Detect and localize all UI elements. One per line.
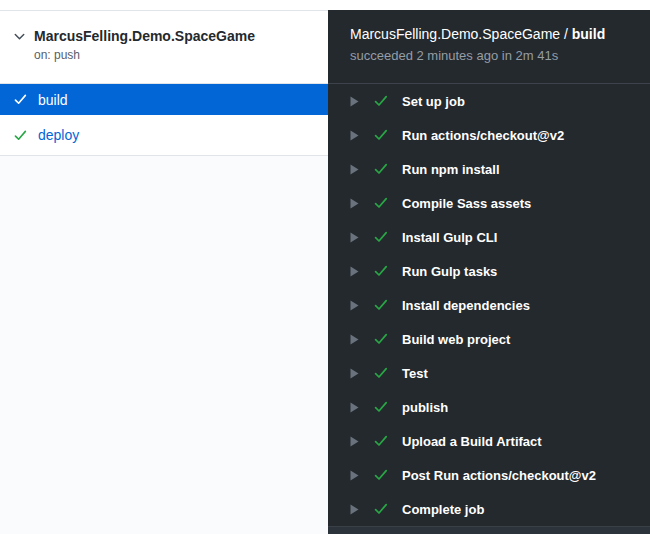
step-row-complete-job[interactable]: Complete job	[328, 492, 650, 526]
check-icon	[373, 433, 389, 449]
step-row-install-dependencies[interactable]: Install dependencies	[328, 288, 650, 322]
job-label: build	[38, 92, 68, 108]
step-label: Upload a Build Artifact	[402, 434, 542, 449]
step-row-publish[interactable]: publish	[328, 390, 650, 424]
step-row-build-web-project[interactable]: Build web project	[328, 322, 650, 356]
jobs-sidebar: MarcusFelling.Demo.SpaceGame on: push bu…	[0, 10, 328, 534]
step-row-upload-artifact[interactable]: Upload a Build Artifact	[328, 424, 650, 458]
check-icon	[373, 297, 389, 313]
triangle-right-icon	[350, 402, 359, 413]
job-label: deploy	[38, 127, 79, 143]
step-label: Install dependencies	[402, 298, 530, 313]
step-row-checkout[interactable]: Run actions/checkout@v2	[328, 118, 650, 152]
job-item-build[interactable]: build	[0, 84, 328, 115]
check-icon	[13, 128, 28, 143]
step-label: Complete job	[402, 502, 484, 517]
step-label: Set up job	[402, 94, 465, 109]
step-row-npm-install[interactable]: Run npm install	[328, 152, 650, 186]
triangle-right-icon	[350, 96, 359, 107]
workflow-run-screen: MarcusFelling.Demo.SpaceGame on: push bu…	[0, 0, 650, 534]
triangle-right-icon	[350, 334, 359, 345]
workflow-name: MarcusFelling.Demo.SpaceGame	[34, 28, 255, 44]
check-icon	[373, 127, 389, 143]
job-panel-header: MarcusFelling.Demo.SpaceGame / build suc…	[328, 10, 650, 84]
breadcrumb-workflow: MarcusFelling.Demo.SpaceGame	[350, 26, 560, 42]
check-icon	[13, 92, 28, 107]
step-label: Run actions/checkout@v2	[402, 128, 564, 143]
check-icon	[373, 93, 389, 109]
breadcrumb: MarcusFelling.Demo.SpaceGame / build	[350, 26, 634, 42]
step-label: Compile Sass assets	[402, 196, 531, 211]
job-detail-panel: MarcusFelling.Demo.SpaceGame / build suc…	[328, 10, 650, 534]
step-row-test[interactable]: Test	[328, 356, 650, 390]
triangle-right-icon	[350, 504, 359, 515]
step-label: Build web project	[402, 332, 510, 347]
triangle-right-icon	[350, 198, 359, 209]
step-row-set-up-job[interactable]: Set up job	[328, 84, 650, 118]
steps-footer-strip	[328, 526, 650, 534]
check-icon	[373, 467, 389, 483]
check-icon	[373, 263, 389, 279]
step-label: Run npm install	[402, 162, 500, 177]
job-status-line: succeeded 2 minutes ago in 2m 41s	[350, 48, 634, 63]
breadcrumb-job: build	[572, 26, 605, 42]
triangle-right-icon	[350, 368, 359, 379]
step-row-install-gulp-cli[interactable]: Install Gulp CLI	[328, 220, 650, 254]
step-row-gulp-tasks[interactable]: Run Gulp tasks	[328, 254, 650, 288]
triangle-right-icon	[350, 300, 359, 311]
step-label: Test	[402, 366, 428, 381]
step-label: Install Gulp CLI	[402, 230, 497, 245]
step-label: Run Gulp tasks	[402, 264, 497, 279]
step-row-post-checkout[interactable]: Post Run actions/checkout@v2	[328, 458, 650, 492]
check-icon	[373, 365, 389, 381]
check-icon	[373, 195, 389, 211]
step-label: Post Run actions/checkout@v2	[402, 468, 596, 483]
top-strip	[0, 0, 650, 10]
steps-list: Set up job Run actions/checkout@v2 Run n…	[328, 84, 650, 526]
check-icon	[373, 399, 389, 415]
chevron-down-icon[interactable]	[13, 30, 26, 43]
check-icon	[373, 331, 389, 347]
triangle-right-icon	[350, 470, 359, 481]
triangle-right-icon	[350, 130, 359, 141]
check-icon	[373, 161, 389, 177]
triangle-right-icon	[350, 164, 359, 175]
workflow-header: MarcusFelling.Demo.SpaceGame on: push	[0, 11, 328, 84]
step-label: publish	[402, 400, 448, 415]
step-row-compile-sass[interactable]: Compile Sass assets	[328, 186, 650, 220]
triangle-right-icon	[350, 232, 359, 243]
triangle-right-icon	[350, 436, 359, 447]
check-icon	[373, 229, 389, 245]
check-icon	[373, 501, 389, 517]
breadcrumb-separator: /	[560, 26, 572, 42]
job-item-deploy[interactable]: deploy	[0, 115, 328, 156]
sidebar-empty-area	[0, 156, 328, 534]
triangle-right-icon	[350, 266, 359, 277]
workflow-trigger: on: push	[0, 48, 328, 62]
